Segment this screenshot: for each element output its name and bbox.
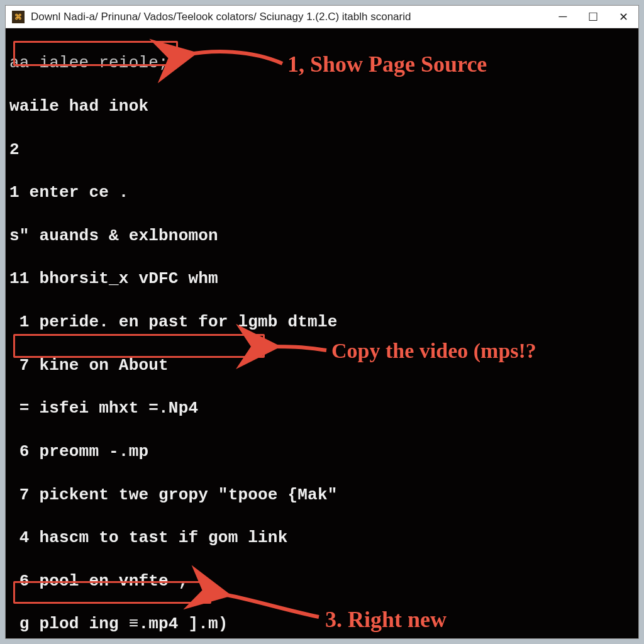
terminal-line: = isfei mhxt =.Np4 [9,397,635,419]
terminal-line: g plod ing ≡.mp4 ].m) [9,613,635,635]
terminal-line: aa ialee reiole; [9,52,635,74]
titlebar: ⌘ Downl Nadi-a/ Prinuna/ Vados/Teelook c… [6,6,638,28]
terminal-line: 2 [9,139,635,160]
maximize-button[interactable]: ☐ [578,6,608,28]
terminal-line: 1 enter ce . [9,182,635,203]
close-button[interactable]: ✕ [608,6,638,28]
terminal-output: aa ialee reiole; waile had inok 2 1 ente… [6,28,638,638]
terminal-line: 6 pool en vnfte , [9,570,635,592]
terminal-line: 7 pickent twe gropy "tpooe {Mak" [9,484,635,506]
terminal-line: waile had inok [9,96,635,117]
terminal-line: 4 hascm to tast if gom link [9,527,635,548]
terminal-line: s" auands & exlbnomon [9,225,635,247]
window-title: Downl Nadi-a/ Prinuna/ Vados/Teelook col… [31,11,548,23]
terminal-line: 6 preomm -.mp [9,441,635,462]
minimize-button[interactable]: ─ [548,6,578,28]
terminal-line: 1 peride. en past for lgmb dtmle [9,311,635,333]
app-icon: ⌘ [12,11,25,23]
terminal-line: 7 kine on About [9,355,635,376]
app-window: ⌘ Downl Nadi-a/ Prinuna/ Vados/Teelook c… [5,5,639,639]
terminal-line: 11 bhorsit_x vDFC whm [9,268,635,289]
